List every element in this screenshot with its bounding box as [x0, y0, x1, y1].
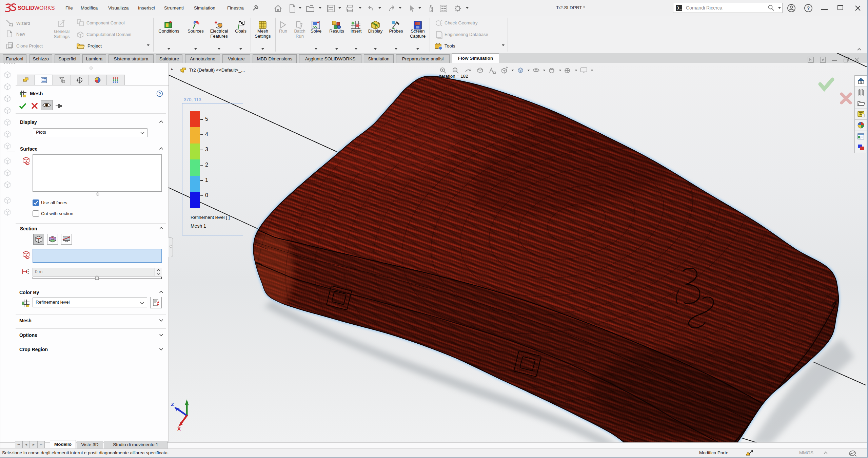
svg-text:Z: Z	[171, 401, 174, 407]
svg-text:?: ?	[807, 5, 810, 11]
svg-text:SOLIDWORKS: SOLIDWORKS	[18, 5, 55, 11]
svg-text:?: ?	[158, 92, 161, 96]
svg-text:X: X	[177, 426, 181, 432]
